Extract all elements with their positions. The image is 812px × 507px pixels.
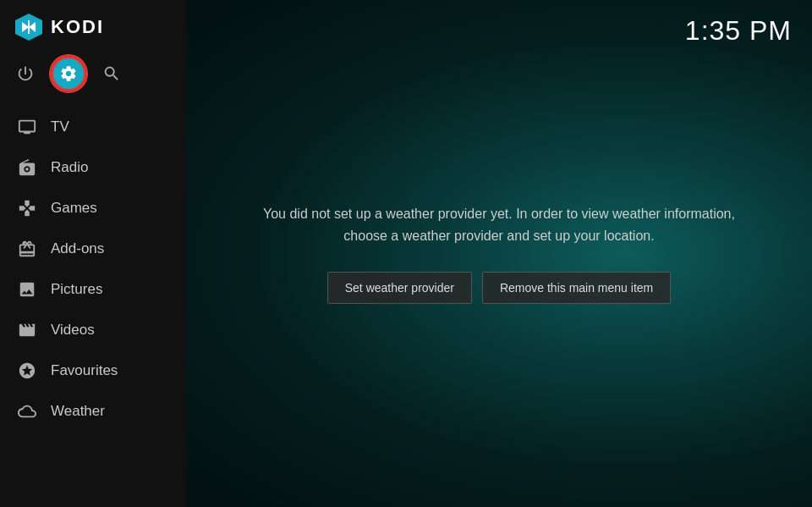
sidebar-item-videos[interactable]: Videos: [0, 310, 186, 350]
favourites-icon: [17, 361, 37, 381]
sidebar-item-games-label: Games: [51, 200, 97, 217]
pictures-icon: [17, 279, 37, 300]
search-button[interactable]: [100, 62, 123, 85]
settings-button[interactable]: [51, 56, 86, 91]
weather-message: You did not set up a weather provider ye…: [254, 203, 744, 246]
sidebar-item-pictures[interactable]: Pictures: [0, 269, 186, 310]
games-icon: [17, 198, 37, 218]
sidebar-controls: [0, 51, 186, 100]
main-content: 1:35 PM You did not set up a weather pro…: [186, 0, 812, 507]
sidebar-item-tv-label: TV: [51, 118, 69, 135]
power-button[interactable]: [14, 62, 37, 85]
sidebar-item-tv[interactable]: TV: [0, 107, 186, 147]
tv-icon: [17, 117, 37, 137]
action-buttons: Set weather provider Remove this main me…: [327, 272, 671, 304]
svg-rect-3: [28, 20, 30, 34]
sidebar-item-radio[interactable]: Radio: [0, 147, 186, 188]
power-icon: [16, 64, 35, 83]
sidebar-item-pictures-label: Pictures: [51, 281, 102, 298]
sidebar: KODI TV: [0, 0, 186, 507]
sidebar-item-favourites-label: Favourites: [51, 362, 118, 379]
weather-icon: [17, 401, 37, 422]
search-icon: [102, 64, 121, 83]
sidebar-header: KODI: [0, 0, 186, 51]
addons-icon: [17, 239, 37, 259]
sidebar-item-radio-label: Radio: [51, 159, 88, 176]
nav-menu: TV Radio Games Add-ons P: [0, 107, 186, 432]
sidebar-item-games[interactable]: Games: [0, 188, 186, 229]
time-display: 1:35 PM: [685, 15, 792, 47]
set-weather-provider-button[interactable]: Set weather provider: [327, 272, 472, 304]
radio-icon: [17, 157, 37, 178]
sidebar-item-weather-label: Weather: [51, 403, 105, 420]
remove-menu-item-button[interactable]: Remove this main menu item: [482, 272, 671, 304]
sidebar-item-weather[interactable]: Weather: [0, 391, 186, 432]
kodi-logo-text: KODI: [51, 16, 104, 38]
videos-icon: [17, 320, 37, 340]
kodi-logo-icon: [14, 12, 44, 42]
sidebar-item-addons-label: Add-ons: [51, 240, 104, 257]
gear-icon: [59, 64, 78, 83]
sidebar-item-favourites[interactable]: Favourites: [0, 350, 186, 391]
kodi-logo: KODI: [14, 12, 104, 42]
sidebar-item-addons[interactable]: Add-ons: [0, 229, 186, 269]
sidebar-item-videos-label: Videos: [51, 322, 95, 339]
